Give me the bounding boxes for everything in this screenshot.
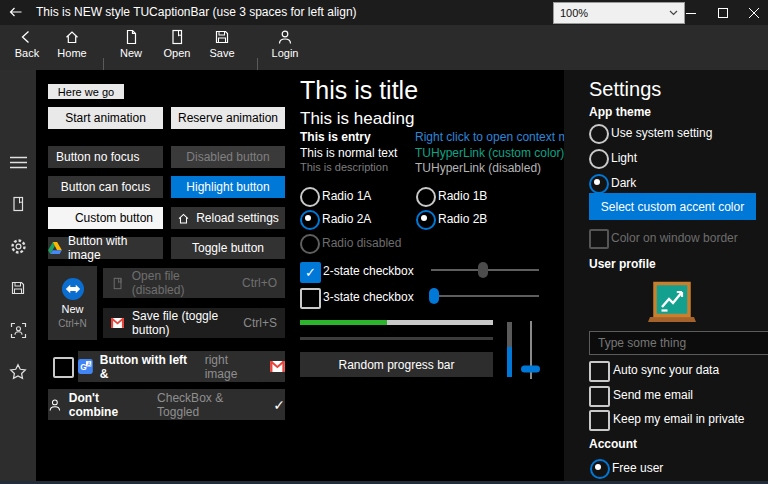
new-button-shortcut: Ctrl+N <box>58 318 87 329</box>
random-progress-label: Random progress bar <box>338 358 454 372</box>
standalone-checkbox[interactable] <box>53 357 74 378</box>
toggle-button[interactable]: Toggle button <box>171 237 285 259</box>
custom-button[interactable]: Custom button <box>48 207 163 229</box>
gmail-icon <box>270 361 285 372</box>
zoom-combobox[interactable]: 100% <box>553 2 685 24</box>
two-state-checkbox[interactable]: ✓ <box>300 262 321 283</box>
toolbar-save-button[interactable]: Save <box>201 29 243 59</box>
title-bar: This is NEW style TUCaptionBar (use 3 sp… <box>0 0 768 25</box>
highlight-button-label: Highlight button <box>186 180 269 194</box>
context-menu-link[interactable]: Right click to open context menu <box>415 130 588 144</box>
two-state-checkbox-label[interactable]: 2-state checkbox <box>323 264 414 278</box>
maximize-button[interactable] <box>708 0 738 25</box>
send-email-checkbox[interactable] <box>589 386 610 407</box>
here-we-go-button[interactable]: Here we go <box>48 84 124 99</box>
open-file-shortcut: Ctrl+O <box>242 276 277 290</box>
slider-2-track[interactable] <box>431 295 539 297</box>
nav-pages-icon[interactable] <box>9 195 27 213</box>
hamburger-menu-icon[interactable] <box>9 153 27 171</box>
reserve-animation-button[interactable]: Reserve animation <box>171 107 285 129</box>
radio-1a-label[interactable]: Radio 1A <box>322 189 371 203</box>
maximize-icon <box>718 8 728 18</box>
radio-2a-label[interactable]: Radio 2A <box>322 212 371 226</box>
theme-radio-system-label[interactable]: Use system setting <box>611 126 712 140</box>
radio-2b[interactable] <box>416 210 436 230</box>
button-no-focus[interactable]: Button no focus <box>48 146 163 168</box>
open-file-button: Open file (disabled) Ctrl+O <box>103 268 285 298</box>
open-file-icon <box>169 29 185 45</box>
save-file-label: Save file (toggle button) <box>132 309 235 337</box>
dont-combine-button[interactable]: Don't combine CheckBox & Toggled ✓ <box>48 389 285 420</box>
slider-1-thumb[interactable] <box>478 262 488 278</box>
select-accent-color-button[interactable]: Select custom accent color <box>589 193 756 220</box>
theme-radio-light[interactable] <box>589 149 609 169</box>
button-can-focus[interactable]: Button can focus <box>48 176 163 198</box>
auto-sync-checkbox[interactable] <box>589 361 610 382</box>
reload-settings-button[interactable]: Reload settings <box>171 207 285 229</box>
hyperlink-custom-color[interactable]: TUHyperLink (custom color) <box>415 146 564 160</box>
radio-1b-label[interactable]: Radio 1B <box>438 189 487 203</box>
sample-description: This is description <box>300 161 388 173</box>
new-vertical-button[interactable]: New Ctrl+N <box>48 266 97 340</box>
radio-1a[interactable] <box>300 187 320 207</box>
auto-sync-label[interactable]: Auto sync your data <box>613 363 719 377</box>
button-left-right-label-muted: right image <box>205 353 264 381</box>
sample-heading: This is heading <box>300 109 414 129</box>
keep-private-label[interactable]: Keep my email in private <box>613 412 744 426</box>
minimize-button[interactable] <box>676 0 706 25</box>
app-logo-icon <box>62 278 84 300</box>
start-animation-button[interactable]: Start animation <box>48 107 163 129</box>
theme-radio-system[interactable] <box>589 124 609 144</box>
radio-2b-label[interactable]: Radio 2B <box>438 212 487 226</box>
random-progress-button[interactable]: Random progress bar <box>300 352 493 377</box>
keep-private-checkbox[interactable] <box>589 410 610 431</box>
button-with-image[interactable]: Button with image <box>48 237 163 259</box>
contact-frame-icon[interactable] <box>9 321 27 339</box>
left-nav-rail <box>0 70 36 481</box>
open-file-icon <box>111 277 124 290</box>
button-left-right-image[interactable]: G A Button with left & right image <box>78 351 285 382</box>
zoom-value: 100% <box>560 7 588 19</box>
toolbar-new-button[interactable]: New <box>110 29 152 59</box>
send-email-label[interactable]: Send me email <box>613 388 693 402</box>
theme-radio-dark-label[interactable]: Dark <box>611 176 636 190</box>
radio-2a[interactable] <box>300 210 320 230</box>
three-state-checkbox[interactable] <box>300 288 321 309</box>
toolbar-home-button[interactable]: Home <box>50 29 94 59</box>
save-floppy-icon[interactable] <box>9 279 27 297</box>
free-user-label[interactable]: Free user <box>612 461 663 475</box>
vertical-slider-thumb[interactable] <box>521 366 540 373</box>
slider-1[interactable] <box>431 262 539 278</box>
highlight-button[interactable]: Highlight button <box>171 176 285 198</box>
dont-combine-label-muted: CheckBox & Toggled <box>157 391 266 419</box>
free-user-radio[interactable] <box>590 459 610 479</box>
gear-icon[interactable] <box>9 237 27 255</box>
hyperlink-disabled: TUHyperLink (disabled) <box>415 161 541 175</box>
star-icon[interactable] <box>9 363 27 381</box>
color-on-border-label: Color on window border <box>611 231 738 245</box>
toolbar-open-button[interactable]: Open <box>156 29 198 59</box>
close-button[interactable] <box>740 0 768 25</box>
toolbar-back-button[interactable]: Back <box>8 29 46 59</box>
here-we-go-label: Here we go <box>58 86 114 98</box>
slider-2-thumb[interactable] <box>429 288 439 304</box>
toggle-button-label: Toggle button <box>192 241 264 255</box>
back-arrow-icon[interactable] <box>8 4 24 20</box>
radio-1b[interactable] <box>416 187 436 207</box>
three-state-checkbox-label[interactable]: 3-state checkbox <box>323 290 414 304</box>
checkmark-icon: ✓ <box>273 397 285 413</box>
slider-2[interactable] <box>431 288 539 304</box>
vertical-slider[interactable] <box>521 321 540 379</box>
person-icon <box>277 29 293 45</box>
theme-radio-light-label[interactable]: Light <box>611 151 637 165</box>
back-chevron-icon <box>19 29 35 45</box>
toolbar-login-button[interactable]: Login <box>263 29 307 59</box>
profile-text-input[interactable] <box>589 331 768 355</box>
sample-normal-text: This is normal text <box>300 146 397 160</box>
theme-radio-dark[interactable] <box>589 174 609 194</box>
home-icon <box>177 212 190 225</box>
vertical-progress-bar <box>507 322 512 377</box>
custom-button-label: Custom button <box>75 211 153 225</box>
checkmark-icon: ✓ <box>305 266 316 279</box>
save-file-toggle-button[interactable]: Save file (toggle button) Ctrl+S <box>103 308 285 338</box>
